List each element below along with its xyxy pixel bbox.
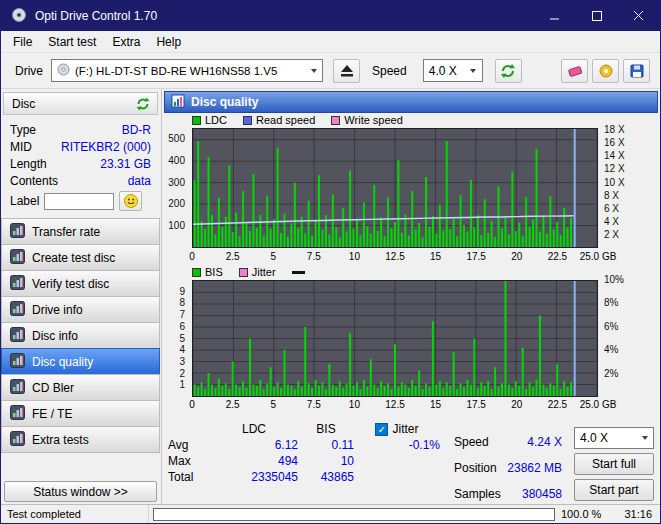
ldc-chart-plot — [192, 128, 598, 248]
samples-stat-value: 380458 — [502, 487, 562, 501]
nav-label: Disc info — [32, 329, 78, 343]
sidebar: Disc TypeBD-RMIDRITEKBR2 (000)Length23.3… — [1, 89, 162, 504]
axis-tick-label: 7.5 — [307, 251, 321, 262]
menu-file[interactable]: File — [5, 32, 40, 52]
axis-tick-label: 20 — [511, 251, 522, 262]
axis-tick-label: 16 X — [604, 138, 625, 148]
smiley-icon — [123, 193, 139, 209]
start-part-button[interactable]: Start part — [574, 479, 654, 501]
legend-write-speed: Write speed — [331, 114, 403, 126]
legend-swatch — [239, 268, 248, 277]
start-full-button[interactable]: Start full — [574, 453, 654, 475]
bis-chart-plot — [192, 280, 598, 397]
label-edit-button[interactable] — [119, 191, 142, 211]
nav-disc-info[interactable]: Disc info — [1, 322, 160, 349]
axis-tick-label: 2.5 — [226, 399, 240, 410]
legend-label: LDC — [205, 114, 227, 126]
disc-info-label: Length — [10, 157, 47, 171]
axis-tick-label: 500 — [168, 134, 185, 144]
page-header: Disc quality — [164, 91, 658, 113]
progress-bar — [153, 508, 555, 521]
menu-help[interactable]: Help — [148, 32, 189, 52]
stats-row-total: Total233504543865 — [168, 469, 440, 485]
test-speed-arrow[interactable] — [636, 428, 653, 448]
close-button[interactable] — [618, 1, 660, 31]
samples-stat-label: Samples — [454, 487, 501, 501]
axis-tick-label: 200 — [168, 199, 185, 209]
nav-extra-tests[interactable]: Extra tests — [1, 426, 160, 453]
position-stat-value: 23862 MB — [502, 461, 562, 475]
disc-info-row: MIDRITEKBR2 (000) — [1, 138, 160, 155]
axis-tick-label: 8 — [179, 298, 185, 308]
ldc-x-axis: 02.557.51012.51517.52022.525.0 GB — [192, 251, 598, 263]
jitter-checkbox[interactable]: ✓ — [375, 423, 388, 436]
disc-panel-header: Disc — [3, 92, 158, 115]
nav-create-test-disc[interactable]: Create test disc — [1, 244, 160, 271]
axis-tick-label: 7 — [179, 310, 185, 320]
axis-tick-label: 5 — [270, 399, 276, 410]
cd-bler-icon — [10, 379, 25, 397]
menu-start-test[interactable]: Start test — [40, 32, 104, 52]
nav-drive-info[interactable]: Drive info — [1, 296, 160, 323]
nav-label: CD Bler — [32, 381, 74, 395]
menu-extra[interactable]: Extra — [104, 32, 148, 52]
speed-select[interactable]: 4.0 X — [423, 59, 483, 82]
titlebar: Opti Drive Control 1.70 — [1, 1, 660, 31]
axis-tick-label: 4 — [179, 345, 185, 355]
axis-tick-label: 25.0 GB — [580, 399, 617, 410]
test-speed-value: 4.0 X — [580, 431, 608, 445]
nav-label: Verify test disc — [32, 277, 109, 291]
nav-label: Create test disc — [32, 251, 115, 265]
drive-select-arrow[interactable] — [305, 60, 322, 81]
axis-tick-label: 5 — [179, 334, 185, 344]
status-window-button[interactable]: Status window >> — [4, 481, 157, 502]
axis-tick-label: 9 — [179, 287, 185, 297]
verify-test-disc-icon — [10, 275, 25, 293]
minimize-button[interactable] — [534, 1, 576, 31]
speed-stat-label: Speed — [454, 435, 489, 449]
disc-info-row: Length23.31 GB — [1, 155, 160, 172]
axis-tick-label: 8% — [604, 298, 618, 308]
stats-bis-value: 43865 — [298, 470, 354, 484]
nav-fe-te[interactable]: FE / TE — [1, 400, 160, 427]
nav-cd-bler[interactable]: CD Bler — [1, 374, 160, 401]
axis-tick-label: 10 — [349, 251, 360, 262]
save-button[interactable] — [623, 59, 650, 83]
disc-quality-icon — [171, 94, 185, 111]
main-panel: Disc quality LDCRead speedWrite speed 50… — [162, 89, 660, 504]
nav-label: Disc quality — [32, 355, 93, 369]
stats-row-label: Max — [168, 454, 210, 468]
bis-column-header: BIS — [298, 422, 354, 436]
refresh-button[interactable] — [495, 59, 522, 83]
maximize-button[interactable] — [576, 1, 618, 31]
stats-bis-value: 0.11 — [298, 438, 354, 452]
nav-transfer-rate[interactable]: Transfer rate — [1, 218, 160, 245]
nav-disc-quality[interactable]: Disc quality — [1, 348, 160, 375]
legend-label: Read speed — [256, 114, 315, 126]
disc-info-value: BD-R — [122, 123, 151, 137]
axis-tick-label: 17.5 — [466, 251, 485, 262]
drive-select[interactable]: (F:) HL-DT-ST BD-RE WH16NS58 1.V5 — [51, 59, 323, 82]
ldc-y-axis-right: 18 X16 X14 X12 X10 X8 X6 X4 X2 X — [600, 128, 660, 248]
axis-tick-label: 25.0 GB — [580, 251, 617, 262]
settings-button[interactable] — [592, 59, 619, 83]
legend-label: Jitter — [252, 266, 276, 278]
label-input[interactable] — [44, 193, 114, 210]
axis-tick-label: 6 X — [604, 204, 619, 214]
erase-disc-button[interactable] — [561, 59, 588, 83]
eject-button[interactable] — [333, 59, 360, 83]
refresh-disc-button[interactable] — [132, 94, 154, 113]
nav-verify-test-disc[interactable]: Verify test disc — [1, 270, 160, 297]
nav-label: FE / TE — [32, 407, 72, 421]
axis-tick-label: 12.5 — [385, 399, 404, 410]
legend-swatch — [192, 268, 201, 277]
caption-buttons — [534, 1, 660, 31]
test-speed-select[interactable]: 4.0 X — [574, 427, 654, 449]
speed-select-arrow[interactable] — [465, 60, 482, 81]
axis-tick-label: 2 X — [604, 230, 619, 240]
disc-icon — [57, 63, 70, 78]
fe-te-icon — [10, 405, 25, 423]
speed-label: Speed — [372, 64, 407, 78]
axis-tick-label: 15 — [430, 251, 441, 262]
create-test-disc-icon — [10, 249, 25, 267]
